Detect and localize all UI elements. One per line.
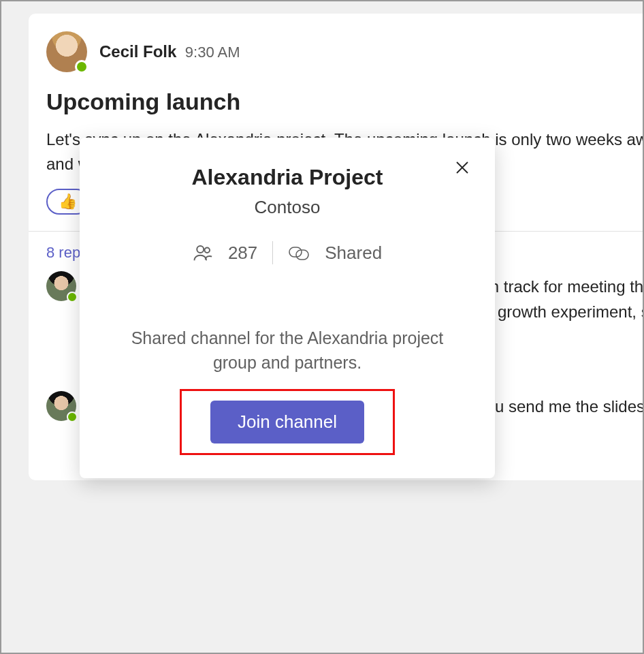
svg-rect-3 [296,250,308,260]
author-name[interactable]: Cecil Folk [99,42,176,61]
channel-description: Shared channel for the Alexandria projec… [104,326,470,375]
member-count: 287 [228,243,257,264]
post-header: Cecil Folk 9:30 AM [46,31,644,72]
channel-meta: 287 Shared [104,241,470,264]
presence-available-icon [67,292,78,302]
svg-point-1 [204,248,210,253]
org-name: Contoso [104,197,470,218]
avatar[interactable] [46,31,87,72]
annotation-highlight: Join channel [180,389,395,455]
channel-info-popover: Alexandria Project Contoso 287 Shared Sh… [80,138,495,478]
people-icon [193,243,213,263]
avatar[interactable] [46,271,76,301]
svg-rect-2 [289,247,302,257]
close-icon [455,160,470,175]
thumbsup-icon: 👍 [59,193,77,211]
avatar[interactable] [46,391,76,421]
presence-available-icon [75,60,88,74]
svg-point-0 [197,246,204,253]
post-title: Upcoming launch [46,89,644,115]
presence-available-icon [67,411,78,422]
close-button[interactable] [450,155,474,180]
shared-label: Shared [325,243,382,264]
separator [272,241,273,264]
join-channel-button[interactable]: Join channel [210,401,364,443]
channel-title: Alexandria Project [104,165,470,190]
post-timestamp: 9:30 AM [185,44,240,61]
shared-channel-icon [288,243,310,262]
